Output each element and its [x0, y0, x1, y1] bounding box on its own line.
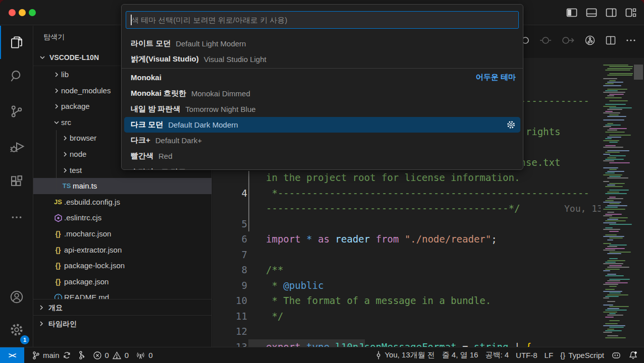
theme-option-red[interactable]: 빨간색Red: [122, 148, 523, 164]
notifications-item[interactable]: [625, 347, 644, 363]
minimap[interactable]: [601, 58, 633, 347]
maximize-window-button[interactable]: [29, 9, 36, 16]
source-control-graph-item[interactable]: [75, 347, 89, 363]
minimap-line: [605, 227, 613, 228]
commit-info-item[interactable]: You, 13개월 전: [372, 347, 439, 363]
minimap-line: [607, 246, 617, 247]
theme-option-default-dark+[interactable]: 다크+Default Dark+: [122, 133, 523, 148]
cursor-position-item[interactable]: 줄 4, 열 16: [439, 347, 482, 363]
split-editor-icon[interactable]: [606, 35, 616, 45]
editor-scrollbar[interactable]: [633, 58, 644, 347]
timeline-history-icon[interactable]: [584, 35, 596, 46]
minimap-line: [605, 111, 613, 112]
copilot-item[interactable]: [608, 347, 625, 363]
code-line: * @public: [266, 278, 324, 293]
minimap-line: [607, 116, 626, 117]
source-control-icon[interactable]: [0, 95, 33, 128]
extensions-icon[interactable]: [0, 165, 33, 199]
active-indent-guide: [248, 171, 249, 231]
minimap-line: [607, 185, 615, 186]
minimap-line: [609, 286, 617, 287]
minimap-line: [609, 327, 624, 328]
minimize-window-button[interactable]: [19, 9, 26, 16]
theme-option-default-light-modern[interactable]: 라이트 모던Default Light Modern: [122, 36, 523, 51]
line-number: 6: [212, 231, 247, 247]
run-debug-icon[interactable]: [0, 130, 33, 163]
minimap-line: [609, 142, 618, 143]
quick-pick-input[interactable]: [126, 11, 519, 29]
theme-option-default-dark-modern[interactable]: 다크 모던Default Dark Modern: [124, 117, 520, 133]
minimap-line: [603, 243, 611, 244]
quick-pick-separator: [122, 68, 523, 69]
theme-option-solarized-dark[interactable]: 솔라이즈드 다크Solarized Dark: [122, 164, 523, 170]
settings-gear-icon[interactable]: 1: [0, 313, 33, 346]
explorer-icon[interactable]: [0, 26, 33, 59]
minimap-line: [605, 70, 630, 71]
theme-option-visual-studio-light[interactable]: 밝게(Visual Studio)Visual Studio Light: [122, 51, 523, 67]
navigate-position-icon[interactable]: [540, 35, 551, 45]
line-number: 8: [212, 262, 247, 278]
chevron-right-icon: [61, 151, 70, 157]
ports-item[interactable]: 0: [132, 347, 156, 363]
commit-icon: [375, 350, 382, 360]
toggle-panel-icon[interactable]: [585, 6, 598, 19]
theme-option-tomorrow-night-blue[interactable]: 내일 밤 파란색Tomorrow Night Blue: [122, 101, 523, 117]
minimap-line: [605, 132, 625, 133]
minimap-line: [609, 80, 616, 81]
toggle-primary-sidebar-icon[interactable]: [566, 6, 578, 19]
configure-gear-icon[interactable]: [506, 120, 516, 130]
minimap-line: [605, 145, 616, 146]
copilot-icon: [611, 351, 621, 360]
minimap-line: [603, 229, 620, 230]
tree-item-main.ts[interactable]: TSmain.ts: [33, 178, 211, 194]
tree-item-package-lock.json[interactable]: {}package-lock.json: [33, 258, 211, 274]
indentation-item[interactable]: 공백: 4: [481, 347, 512, 363]
outline-section-header[interactable]: 개요: [33, 299, 211, 315]
eol-item[interactable]: LF: [541, 347, 557, 363]
minimap-line: [603, 270, 610, 271]
additional-views-icon[interactable]: [0, 201, 33, 234]
tree-item-.eslintrc.cjs[interactable]: .eslintrc.cjs: [33, 210, 211, 226]
more-actions-icon[interactable]: [626, 35, 636, 45]
navigate-forward-icon[interactable]: [561, 35, 574, 45]
minimap-line: [603, 291, 622, 292]
minimap-line: [605, 262, 616, 263]
tree-item-api-extractor.json[interactable]: {}api-extractor.json: [33, 242, 211, 258]
search-icon[interactable]: [0, 59, 33, 93]
customize-layout-icon[interactable]: [625, 6, 637, 19]
code-line: */: [266, 309, 283, 324]
git-branch-item[interactable]: main: [28, 347, 75, 363]
problems-item[interactable]: 0 0: [89, 347, 133, 363]
close-window-button[interactable]: [9, 9, 16, 16]
minimap-line: [605, 296, 619, 297]
encoding-item[interactable]: UTF-8: [512, 347, 541, 363]
remote-indicator[interactable]: ><: [0, 347, 24, 363]
minimap-line: [607, 260, 625, 261]
language-mode-item[interactable]: {}TypeScript: [557, 347, 608, 363]
toggle-secondary-sidebar-icon[interactable]: [605, 6, 617, 19]
line-number: 7: [212, 247, 247, 263]
minimap-line: [609, 100, 628, 101]
theme-option-monokai-dimmed[interactable]: Monokai 흐릿한Monokai Dimmed: [122, 86, 523, 101]
line-number: 9: [212, 278, 247, 293]
tree-item-package.json[interactable]: {}package.json: [33, 274, 211, 290]
accounts-icon[interactable]: [0, 280, 33, 314]
minimap-line: [607, 267, 629, 268]
minimap-line: [603, 174, 622, 175]
eslint-file-icon: [52, 214, 64, 222]
theme-option-[interactable]: Monokai어두운 테마: [122, 70, 523, 85]
minimap-line: [603, 167, 618, 168]
minimap-line: [609, 245, 627, 246]
tree-item-.mocharc.json[interactable]: {}.mocharc.json: [33, 226, 211, 242]
timeline-section-header[interactable]: 타임라인: [33, 315, 211, 331]
code-line: in the project root for license informat…: [266, 170, 520, 186]
minimap-line: [605, 220, 626, 221]
minimap-line: [605, 186, 623, 187]
minimap-line: [605, 282, 628, 283]
sync-icon: [63, 351, 71, 359]
tree-item-.esbuild.config.js[interactable]: JS.esbuild.config.js: [33, 194, 211, 210]
scrollbar-slider[interactable]: [634, 65, 643, 80]
minimap-line: [603, 119, 624, 120]
minimap-line: [607, 212, 614, 213]
minimap-line: [605, 97, 622, 98]
